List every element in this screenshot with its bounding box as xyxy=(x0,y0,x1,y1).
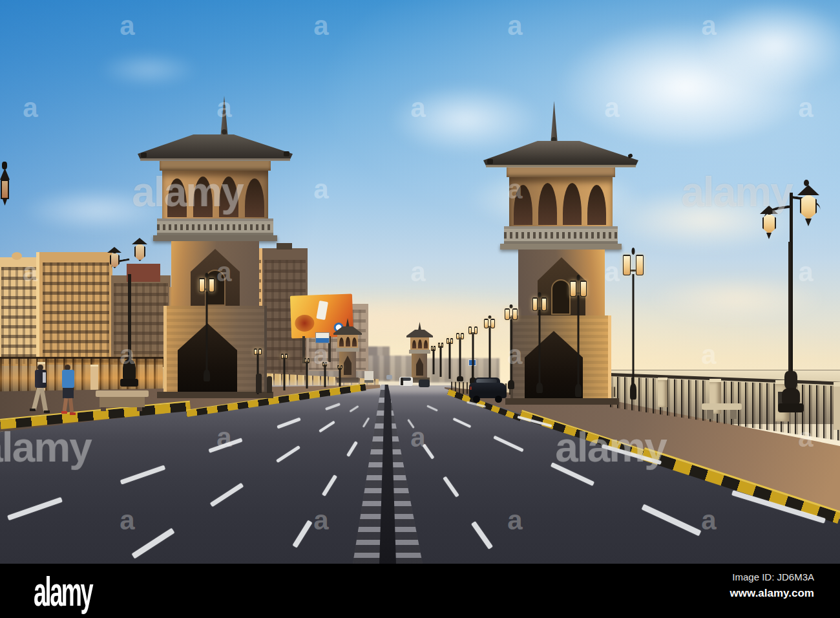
alamy-logo: alamy xyxy=(34,569,92,615)
pedestrian-silhouette xyxy=(267,376,272,393)
watermark-a: a xyxy=(216,257,231,288)
watermark-a: a xyxy=(798,422,813,453)
street-lamp xyxy=(468,326,478,384)
watermark-a: a xyxy=(701,505,716,536)
railing-post xyxy=(658,378,667,407)
street-lamp xyxy=(483,318,496,387)
car-dark xyxy=(419,379,430,387)
tower-spire xyxy=(549,101,559,142)
suv-taillight xyxy=(470,387,472,390)
lantern-cap xyxy=(797,185,819,195)
street-lamp xyxy=(198,277,216,381)
watermark-a: a xyxy=(313,505,328,536)
street-lamp xyxy=(304,358,310,389)
building-dome xyxy=(12,252,22,260)
street-lamp xyxy=(569,279,588,397)
tower-colonnade xyxy=(509,177,613,226)
watermark-a: a xyxy=(313,10,328,41)
tower-balustrade xyxy=(157,218,273,235)
colonnade-arch xyxy=(245,178,264,217)
lantern-knob xyxy=(2,162,7,169)
watermark-a: a xyxy=(798,257,813,288)
lamp-post xyxy=(788,242,793,390)
watermark-a: a xyxy=(701,10,716,41)
watermark-a: a xyxy=(23,257,37,288)
watermark-alamy: alamy xyxy=(555,423,666,471)
bus-distant xyxy=(364,371,373,383)
lamp-lantern xyxy=(1,180,9,199)
footer-bar: alamy Image ID: JD6M3A www.alamy.com xyxy=(0,564,840,618)
watermark-a: a xyxy=(507,505,522,536)
roof-spotlight xyxy=(487,159,493,164)
street-lamp xyxy=(531,296,548,393)
lamp-lantern xyxy=(134,243,145,261)
pedestrian-leg xyxy=(68,398,74,413)
tower-colonnade xyxy=(337,335,358,348)
billboard-graphic xyxy=(295,314,315,332)
roof-spotlight xyxy=(284,151,289,156)
vehicle-distant xyxy=(386,375,392,379)
tower-roof xyxy=(333,326,362,335)
suv-wheel xyxy=(495,396,502,403)
pedestrian xyxy=(28,363,50,414)
watermark-a: a xyxy=(507,174,522,205)
suv-parked xyxy=(469,378,507,402)
pedestrian-shoe xyxy=(44,410,50,413)
lamp-base xyxy=(782,388,800,405)
pedestrian-silhouette xyxy=(256,374,262,393)
watermark-a: a xyxy=(313,174,328,205)
street-lamp xyxy=(456,332,465,381)
lantern-cap xyxy=(0,168,10,180)
colonnade-arch xyxy=(587,185,606,225)
tower-cornice xyxy=(153,235,277,241)
pedestrian-distant xyxy=(401,378,403,385)
lantern-tip xyxy=(766,233,772,239)
watermark-a: a xyxy=(604,257,619,288)
pedestrian xyxy=(57,362,78,416)
pedestrian-leg xyxy=(39,388,48,412)
spire-finial xyxy=(222,129,227,134)
tower-roof xyxy=(483,141,638,167)
pedestrian-shirt-stripe xyxy=(43,372,46,383)
tower-roof xyxy=(138,134,293,160)
watermark-a: a xyxy=(410,422,425,453)
tower-colonnade xyxy=(410,337,429,350)
watermark-a: a xyxy=(216,422,231,453)
lamp-base xyxy=(784,371,797,389)
street-lamp xyxy=(337,365,342,387)
footer-info: Image ID: JD6M3A www.alamy.com xyxy=(730,571,814,600)
pedestrian-leg xyxy=(63,398,68,412)
fence-pillar xyxy=(90,365,98,393)
bridge-tower-far xyxy=(406,322,433,383)
edge-lantern xyxy=(0,162,10,207)
stone-bench xyxy=(702,403,742,420)
lamp-base xyxy=(778,403,804,412)
watermark-a: a xyxy=(120,10,134,41)
pedestrian-torso-blue xyxy=(62,370,74,388)
tower-frieze xyxy=(507,167,615,177)
watermark-a: a xyxy=(604,92,619,123)
watermark-a: a xyxy=(701,339,716,370)
watermark-a: a xyxy=(120,505,134,536)
watermark-a: a xyxy=(313,339,328,370)
street-lamp xyxy=(437,342,444,377)
street-lamp-foreground xyxy=(755,180,826,427)
watermark-a: a xyxy=(410,257,425,288)
street-lamp xyxy=(430,346,436,374)
lantern-cap xyxy=(107,247,121,253)
image-id-text: Image ID: JD6M3A xyxy=(730,571,814,582)
roof-spotlight xyxy=(141,153,147,158)
pedestrian-shoe xyxy=(30,409,36,411)
watermark-a: a xyxy=(507,339,522,370)
tower-roof xyxy=(406,330,433,337)
apartment-building xyxy=(36,252,112,365)
watermark-a: a xyxy=(120,339,134,370)
railing-post xyxy=(834,382,840,430)
lantern-tip xyxy=(805,218,812,226)
watermark-a: a xyxy=(216,92,231,123)
photograph-stanley-bridge: alamy alamy alamy alamy a a a a a a a a … xyxy=(0,0,840,564)
watermark-alamy: alamy xyxy=(681,168,792,216)
website-text: www.alamy.com xyxy=(730,587,814,600)
street-lamp xyxy=(622,253,645,400)
tower-cornice xyxy=(500,244,622,250)
